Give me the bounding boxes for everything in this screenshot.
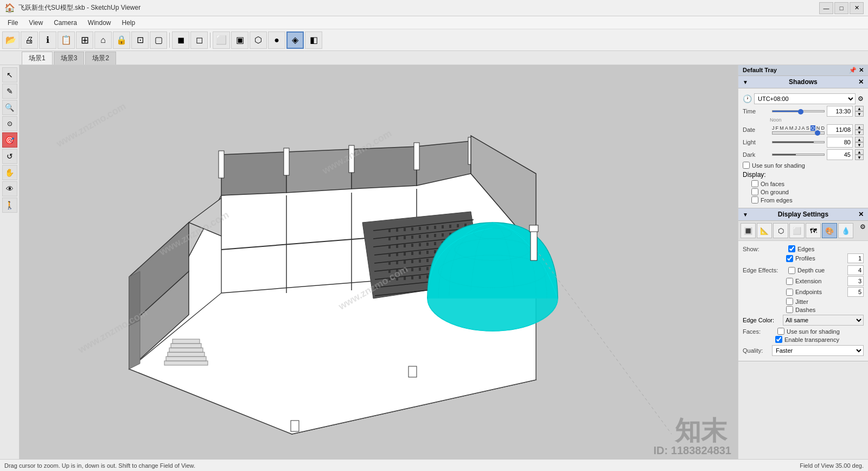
svg-rect-71 [419, 251, 421, 254]
shadows-header[interactable]: ▼ Shadows ✕ [738, 76, 868, 88]
enable-transparency-checkbox[interactable] [775, 336, 782, 343]
light-spin-up[interactable]: ▲ [855, 137, 864, 142]
minimize-button[interactable]: — [819, 2, 833, 14]
ds-icon-1[interactable]: 📐 [757, 223, 772, 238]
use-sun-shading-checkbox[interactable] [743, 162, 750, 169]
enable-transparency-row: Enable transparency [743, 336, 864, 343]
tool-zoom-window[interactable]: ⊙ [2, 116, 17, 131]
tray-pin[interactable]: 📌 [849, 67, 857, 74]
menu-window[interactable]: Window [82, 18, 117, 28]
menu-help[interactable]: Help [117, 18, 141, 28]
tool-house2[interactable]: ⊡ [131, 31, 149, 49]
on-ground-checkbox[interactable] [751, 188, 758, 195]
close-button[interactable]: ✕ [850, 2, 864, 14]
date-spin-down[interactable]: ▼ [855, 130, 864, 135]
dark-spin-up[interactable]: ▲ [855, 149, 864, 155]
tool-print[interactable]: 🖨 [21, 31, 38, 49]
ds-close[interactable]: ✕ [858, 211, 864, 218]
separator-1 [169, 33, 170, 48]
tool-paint[interactable]: ✎ [2, 84, 17, 99]
ds-icon-6[interactable]: 💧 [838, 223, 853, 238]
light-spin-down[interactable]: ▼ [855, 142, 864, 148]
time-spin-up[interactable]: ▲ [855, 106, 864, 111]
display-settings-header[interactable]: ▼ Display Settings ✕ [738, 208, 868, 221]
tool-info[interactable]: ℹ [39, 31, 56, 49]
scene-tab-3[interactable]: 场景3 [54, 52, 85, 65]
date-slider-thumb [815, 130, 820, 136]
svg-rect-20 [349, 145, 354, 173]
svg-rect-39 [426, 226, 429, 230]
profiles-checkbox[interactable] [786, 255, 793, 262]
tool-open[interactable]: 📂 [2, 31, 20, 49]
scene-tab-1[interactable]: 场景1 [22, 52, 53, 65]
shadows-section: ▼ Shadows ✕ 🕐 UTC+08:00 ⚙ Time [738, 76, 868, 208]
display-label: Display: [743, 171, 766, 179]
extension-checkbox[interactable] [786, 278, 793, 285]
dashes-checkbox[interactable] [786, 306, 793, 313]
menu-file[interactable]: File [2, 18, 23, 28]
tool-pan[interactable]: ✋ [2, 165, 17, 180]
dark-spin-down[interactable]: ▼ [855, 155, 864, 160]
menu-view[interactable]: View [23, 18, 48, 28]
tool-box2[interactable]: ⬜ [213, 31, 230, 49]
time-spin-down[interactable]: ▼ [855, 111, 864, 117]
tool-box[interactable]: ▢ [150, 31, 167, 49]
light-input[interactable] [827, 137, 853, 148]
quality-select[interactable]: Faster Nicer [772, 345, 864, 356]
endpoints-checkbox[interactable] [786, 289, 793, 296]
tool-walk[interactable]: 🚶 [2, 198, 17, 213]
endpoints-value[interactable] [847, 287, 864, 297]
svg-rect-117 [169, 348, 203, 352]
tool-look[interactable]: 👁 [2, 181, 17, 196]
tool-zoom[interactable]: 🔍 [2, 100, 17, 115]
shadows-close[interactable]: ✕ [858, 78, 864, 86]
ds-settings-icon[interactable]: ⚙ [860, 223, 866, 238]
ds-icon-5[interactable]: 🎨 [822, 223, 837, 238]
date-spin-up[interactable]: ▲ [855, 124, 864, 130]
tool-layers[interactable]: ◧ [305, 31, 322, 49]
tool-cube-wire[interactable]: ◻ [190, 31, 208, 49]
depth-cue-value[interactable] [847, 265, 864, 275]
faces-sun-shading-checkbox[interactable] [777, 328, 784, 335]
time-input[interactable] [827, 106, 853, 117]
menu-camera[interactable]: Camera [48, 18, 82, 28]
tool-zoom-active[interactable]: 🎯 [2, 132, 17, 148]
edge-color-select[interactable]: All same By material By axis [783, 315, 864, 326]
depth-cue-checkbox[interactable] [788, 267, 795, 274]
svg-rect-41 [442, 225, 444, 228]
status-bar: Drag cursor to zoom. Up is in, down is o… [0, 459, 868, 471]
timezone-settings-icon[interactable]: ⚙ [858, 95, 864, 103]
dark-input[interactable] [827, 149, 853, 160]
tool-face-active[interactable]: ◈ [286, 31, 304, 49]
on-faces-checkbox[interactable] [751, 180, 758, 187]
show-label: Show: [743, 246, 786, 252]
tool-select[interactable]: ↖ [2, 67, 17, 82]
timezone-select[interactable]: UTC+08:00 [754, 93, 856, 104]
edges-checkbox[interactable] [788, 245, 795, 252]
title-bar-controls[interactable]: — □ ✕ [819, 2, 864, 14]
tool-sphere[interactable]: ● [268, 31, 285, 49]
tool-copy[interactable]: 📋 [58, 31, 75, 49]
tool-array[interactable]: ⊞ [76, 31, 93, 49]
tool-cylinder[interactable]: ⬡ [250, 31, 267, 49]
tool-box3[interactable]: ▣ [231, 31, 248, 49]
ds-icon-4[interactable]: 🗺 [806, 223, 821, 238]
extension-value[interactable] [847, 276, 864, 286]
jitter-checkbox[interactable] [786, 298, 793, 305]
tool-cube-solid[interactable]: ◼ [172, 31, 189, 49]
scene-tab-2[interactable]: 场景2 [85, 52, 116, 65]
tool-rotate[interactable]: ↺ [2, 149, 17, 164]
light-row: Light ▲ ▼ [743, 137, 864, 148]
date-input[interactable] [827, 124, 853, 135]
ds-icon-3[interactable]: ⬜ [789, 223, 805, 238]
svg-rect-118 [171, 343, 201, 348]
tool-home[interactable]: ⌂ [94, 31, 112, 49]
from-edges-checkbox[interactable] [751, 196, 758, 203]
ds-icon-2[interactable]: ⬡ [773, 223, 788, 238]
tray-close[interactable]: ✕ [859, 67, 864, 74]
profiles-value[interactable] [847, 253, 864, 263]
maximize-button[interactable]: □ [834, 2, 848, 14]
ds-icon-0[interactable]: 🔳 [741, 223, 756, 238]
tool-lock[interactable]: 🔒 [113, 31, 130, 49]
viewport[interactable]: www.znzmo.com www.znzmo.com www.znzmo.co… [20, 65, 738, 459]
